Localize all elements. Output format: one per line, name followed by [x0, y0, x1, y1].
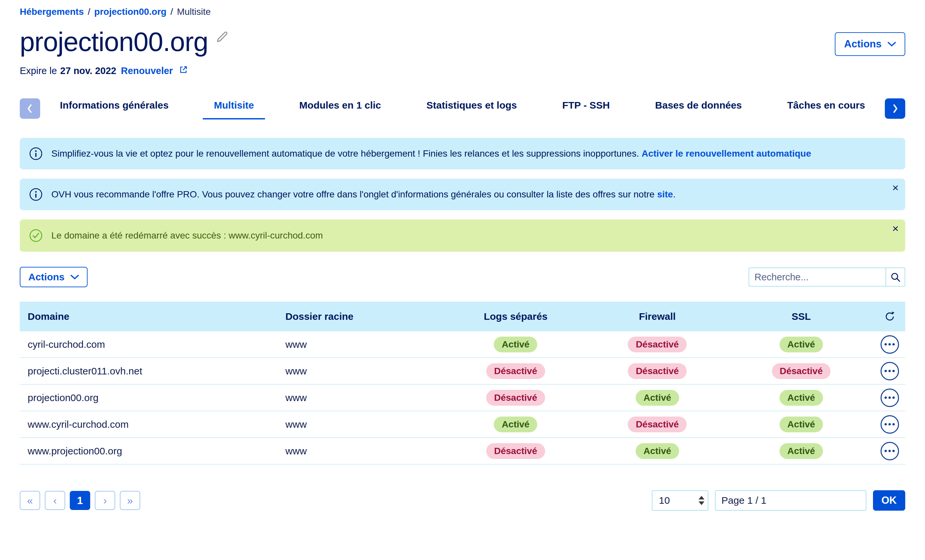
row-actions-button[interactable]	[881, 415, 899, 434]
column-header-logs: Logs séparés	[445, 311, 586, 322]
search-icon	[890, 272, 901, 282]
close-icon[interactable]: ×	[892, 182, 899, 193]
breadcrumb-separator: /	[88, 7, 90, 17]
breadcrumb-link-hebergements[interactable]: Hébergements	[20, 7, 84, 17]
chevron-down-icon	[71, 275, 79, 280]
renew-link[interactable]: Renouveler	[121, 65, 173, 76]
tab-statistiques-et-logs[interactable]: Statistiques et logs	[415, 98, 528, 119]
previous-page-button[interactable]: ‹	[45, 491, 65, 510]
ellipsis-icon	[884, 423, 887, 425]
table-toolbar: Actions	[20, 267, 905, 287]
banner-text: OVH vous recommande l'offre PRO. Vous po…	[51, 189, 675, 200]
tab-informations-generales[interactable]: Informations générales	[49, 98, 180, 119]
cell-domain: cyril-curchod.com	[20, 339, 285, 350]
row-actions-button[interactable]	[881, 388, 899, 407]
badge-firewall: Activé	[636, 443, 679, 459]
check-circle-icon	[29, 229, 43, 242]
chevron-left-icon	[27, 103, 33, 114]
row-actions-button[interactable]	[881, 442, 899, 460]
header-actions-button[interactable]: Actions	[835, 32, 905, 56]
title-row: projection00.org Actions	[20, 26, 905, 57]
breadcrumb-link-service[interactable]: projection00.org	[94, 7, 166, 17]
page-size-stepper[interactable]: 10	[652, 490, 708, 511]
domains-table: Domaine Dossier racine Logs séparés Fire…	[20, 302, 905, 465]
ellipsis-icon	[884, 450, 887, 452]
ok-button[interactable]: OK	[873, 490, 905, 511]
column-header-domain: Domaine	[20, 311, 285, 322]
tabs: Informations généralesMultisiteModules e…	[49, 98, 876, 119]
breadcrumb: Hébergements / projection00.org / Multis…	[20, 7, 905, 17]
badge-firewall: Activé	[636, 390, 679, 406]
search-input[interactable]	[749, 268, 886, 287]
row-actions-button[interactable]	[881, 362, 899, 380]
badge-firewall: Désactivé	[628, 337, 687, 352]
cell-domain: www.projection00.org	[20, 446, 285, 457]
tab-modules-en-1-clic[interactable]: Modules en 1 clic	[288, 98, 392, 119]
badge-logs: Activé	[494, 417, 537, 432]
table-header: Domaine Dossier racine Logs séparés Fire…	[20, 302, 905, 331]
expiration-row: Expire le 27 nov. 2022 Renouveler	[20, 65, 905, 77]
table-row: www.cyril-curchod.com www Activé Désacti…	[20, 411, 905, 438]
ellipsis-icon	[884, 343, 887, 345]
close-icon[interactable]: ×	[892, 223, 899, 234]
cell-root-folder: www	[285, 339, 445, 350]
badge-firewall: Désactivé	[628, 417, 687, 432]
external-link-icon[interactable]	[179, 65, 188, 77]
column-header-ssl: SSL	[728, 311, 874, 322]
cell-domain: projecti.cluster011.ovh.net	[20, 366, 285, 377]
page-indicator-input[interactable]	[715, 490, 866, 511]
search-box	[749, 268, 905, 287]
banner-restart-success: Le domaine a été redémarré avec succès :…	[20, 220, 905, 252]
refresh-button[interactable]	[884, 311, 895, 322]
column-header-root-folder: Dossier racine	[285, 311, 445, 322]
info-icon	[29, 147, 43, 161]
expire-prefix: Expire le	[20, 65, 57, 76]
cell-root-folder: www	[285, 392, 445, 403]
edit-title-icon[interactable]	[215, 30, 229, 45]
page-1-button[interactable]: 1	[70, 491, 90, 510]
header-actions-label: Actions	[844, 38, 881, 50]
badge-logs: Désactivé	[486, 363, 545, 379]
offers-site-link[interactable]: site	[657, 189, 673, 199]
badge-logs: Désactivé	[486, 443, 545, 459]
tab-ftp-ssh[interactable]: FTP - SSH	[551, 98, 621, 119]
table-actions-button[interactable]: Actions	[20, 267, 87, 287]
badge-firewall: Désactivé	[628, 363, 687, 379]
first-page-button[interactable]: «	[20, 491, 40, 510]
stepper-arrows-icon[interactable]	[699, 496, 704, 505]
cell-root-folder: www	[285, 366, 445, 377]
chevron-right-icon	[892, 103, 898, 114]
ellipsis-icon	[884, 370, 887, 372]
column-header-firewall: Firewall	[587, 311, 728, 322]
tabs-row: Informations généralesMultisiteModules e…	[20, 98, 905, 119]
info-icon	[29, 188, 43, 201]
pager-buttons: « ‹ 1 › »	[20, 491, 140, 510]
search-button[interactable]	[886, 268, 905, 287]
table-row: projection00.org www Désactivé Activé Ac…	[20, 385, 905, 411]
badge-ssl: Désactivé	[772, 363, 831, 379]
table-row: cyril-curchod.com www Activé Désactivé A…	[20, 331, 905, 358]
banner-message: OVH vous recommande l'offre PRO. Vous po…	[51, 189, 654, 199]
row-actions-button[interactable]	[881, 335, 899, 354]
page: Hébergements / projection00.org / Multis…	[0, 0, 925, 511]
badge-logs: Activé	[494, 337, 537, 352]
activate-auto-renewal-link[interactable]: Activer le renouvellement automatique	[642, 148, 811, 159]
badge-logs: Désactivé	[486, 390, 545, 406]
badge-ssl: Activé	[779, 337, 823, 352]
banner-message: Simplifiez-vous la vie et optez pour le …	[51, 148, 639, 159]
banner-message: Le domaine a été redémarré avec succès :…	[51, 230, 323, 241]
banner-offer-pro: OVH vous recommande l'offre PRO. Vous po…	[20, 179, 905, 210]
tab-multisite[interactable]: Multisite	[203, 98, 265, 119]
tabs-scroll-left-button[interactable]	[20, 98, 40, 119]
next-page-button[interactable]: ›	[95, 491, 115, 510]
tab-taches-en-cours[interactable]: Tâches en cours	[776, 98, 876, 119]
table-body: cyril-curchod.com www Activé Désactivé A…	[20, 331, 905, 465]
ellipsis-icon	[884, 396, 887, 399]
refresh-icon	[884, 311, 895, 322]
table-actions-label: Actions	[28, 271, 65, 283]
tab-bases-de-donnees[interactable]: Bases de données	[644, 98, 753, 119]
banner-text: Simplifiez-vous la vie et optez pour le …	[51, 148, 811, 159]
tabs-scroll-right-button[interactable]	[885, 98, 905, 119]
cell-root-folder: www	[285, 419, 445, 430]
last-page-button[interactable]: »	[120, 491, 140, 510]
